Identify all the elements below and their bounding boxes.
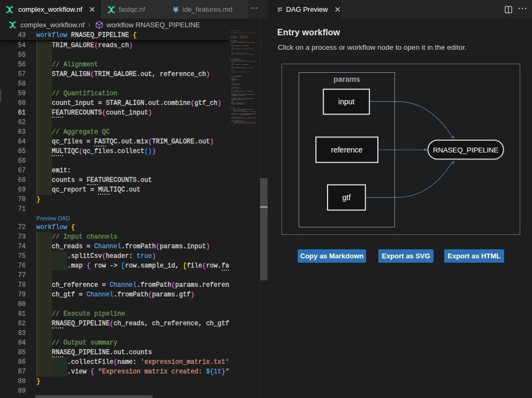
svg-text:params: params	[333, 75, 360, 83]
svg-text:gtf: gtf	[342, 193, 351, 202]
svg-text:reference: reference	[331, 146, 362, 154]
svg-text:RNASEQ_PIPELINE: RNASEQ_PIPELINE	[432, 146, 498, 154]
svg-text:input: input	[338, 97, 354, 106]
